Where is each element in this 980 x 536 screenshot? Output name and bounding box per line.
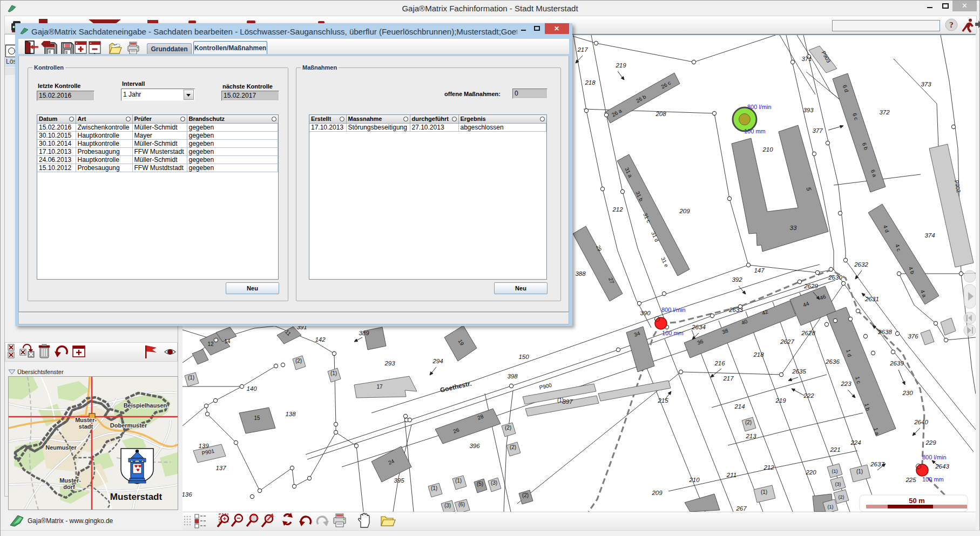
svg-text:Neumuster: Neumuster [45, 444, 77, 451]
svg-text:(2): (2) [839, 494, 844, 500]
svg-text:17: 17 [376, 384, 383, 390]
svg-text:(2): (2) [505, 425, 511, 431]
svg-text:225: 225 [905, 477, 916, 483]
svg-text:219: 219 [615, 62, 626, 69]
svg-text:372: 372 [879, 109, 890, 116]
svg-text:(2): (2) [745, 419, 752, 425]
svg-text:142: 142 [315, 336, 326, 343]
svg-text:2635: 2635 [792, 368, 806, 375]
svg-text:220: 220 [805, 469, 816, 476]
svg-text:218: 218 [584, 79, 596, 86]
svg-text:293: 293 [384, 360, 395, 367]
svg-text:50 m: 50 m [909, 497, 925, 505]
svg-text:800 l/min: 800 l/min [747, 104, 772, 110]
svg-text:?: ? [949, 21, 954, 29]
svg-text:2632: 2632 [854, 261, 868, 268]
svg-text:137: 137 [215, 465, 226, 471]
svg-text:2633: 2633 [728, 307, 743, 313]
svg-text:215: 215 [657, 397, 668, 404]
svg-text:Musterstadt: Musterstadt [110, 492, 163, 502]
svg-text:213: 213 [745, 433, 756, 439]
svg-text:218: 218 [753, 351, 764, 358]
svg-text:139: 139 [198, 443, 209, 449]
svg-text:398: 398 [507, 373, 518, 379]
svg-text:(1): (1) [455, 478, 462, 484]
svg-text:2636: 2636 [825, 358, 840, 365]
svg-text:390: 390 [640, 310, 651, 316]
svg-text:100 mm: 100 mm [922, 476, 944, 483]
svg-text:100 mm: 100 mm [662, 330, 684, 336]
svg-text:100 mm: 100 mm [744, 128, 766, 134]
svg-text:2638: 2638 [877, 329, 892, 335]
svg-text:15: 15 [254, 415, 260, 421]
svg-text:224: 224 [850, 439, 861, 446]
svg-text:2639: 2639 [889, 360, 904, 367]
svg-text:396: 396 [469, 443, 480, 449]
svg-text:(2): (2) [522, 492, 529, 498]
svg-text:Dobermuster: Dobermuster [110, 422, 147, 429]
svg-text:136: 136 [183, 491, 192, 498]
svg-text:147: 147 [754, 267, 765, 274]
svg-text:33: 33 [790, 225, 797, 231]
svg-text:12: 12 [207, 341, 214, 347]
svg-text:222: 222 [803, 392, 814, 399]
svg-text:221: 221 [829, 446, 840, 453]
svg-text:(1): (1) [188, 375, 194, 381]
svg-text:(1): (1) [761, 489, 767, 495]
svg-text:(1): (1) [856, 469, 863, 474]
svg-text:223: 223 [840, 381, 851, 387]
svg-text:2640: 2640 [914, 419, 928, 425]
svg-text:(2): (2) [510, 444, 516, 450]
svg-text:2630: 2630 [828, 274, 842, 281]
svg-text:392: 392 [732, 276, 742, 283]
svg-text:393: 393 [803, 107, 814, 113]
svg-text:377: 377 [812, 127, 823, 134]
svg-text:138: 138 [285, 411, 296, 417]
svg-text:(6): (6) [458, 501, 465, 507]
svg-text:(5): (5) [477, 481, 483, 487]
svg-text:(1): (1) [431, 485, 437, 491]
svg-text:(2): (2) [295, 358, 302, 364]
svg-text:230: 230 [902, 390, 913, 396]
svg-text:150: 150 [518, 354, 529, 360]
svg-text:2629: 2629 [803, 283, 818, 289]
svg-text:(1): (1) [828, 504, 834, 510]
svg-text:210: 210 [762, 146, 773, 153]
svg-text:209: 209 [651, 490, 663, 496]
svg-text:216: 216 [714, 360, 725, 367]
svg-text:388: 388 [575, 270, 586, 277]
svg-text:211: 211 [726, 472, 736, 478]
svg-text:800 l/min: 800 l/min [661, 307, 686, 313]
svg-text:2631: 2631 [864, 296, 879, 302]
svg-text:208: 208 [655, 111, 666, 117]
svg-text:stadt: stadt [79, 423, 93, 430]
svg-text:140: 140 [246, 385, 257, 392]
svg-text:214: 214 [734, 403, 745, 410]
svg-text:374: 374 [924, 232, 935, 239]
svg-text:Muster-: Muster- [59, 477, 81, 484]
svg-text:212: 212 [612, 206, 623, 213]
svg-text:210: 210 [688, 477, 700, 483]
svg-text:294: 294 [432, 358, 443, 364]
svg-text:(1): (1) [330, 370, 337, 376]
svg-text:389: 389 [359, 330, 369, 336]
svg-text:397: 397 [562, 398, 573, 405]
svg-text:371: 371 [801, 56, 812, 62]
svg-text:376: 376 [908, 333, 918, 340]
svg-text:dorf: dorf [63, 484, 75, 490]
svg-text:(3): (3) [444, 503, 451, 508]
svg-text:2637: 2637 [870, 461, 884, 467]
svg-text:Muster-: Muster- [75, 417, 97, 423]
svg-text:14: 14 [224, 338, 231, 344]
svg-text:209: 209 [679, 208, 690, 214]
svg-text:229: 229 [925, 439, 936, 446]
svg-text:Goethestr.: Goethestr. [440, 379, 472, 394]
svg-text:Beispielhausen: Beispielhausen [124, 402, 167, 409]
svg-text:(3): (3) [835, 481, 841, 487]
svg-text:373: 373 [921, 81, 931, 87]
svg-text:(1): (1) [557, 397, 564, 403]
svg-text:395: 395 [394, 477, 404, 484]
svg-text:(1): (1) [832, 469, 838, 474]
svg-text:212: 212 [763, 464, 774, 471]
svg-text:800 l/min: 800 l/min [922, 454, 947, 460]
